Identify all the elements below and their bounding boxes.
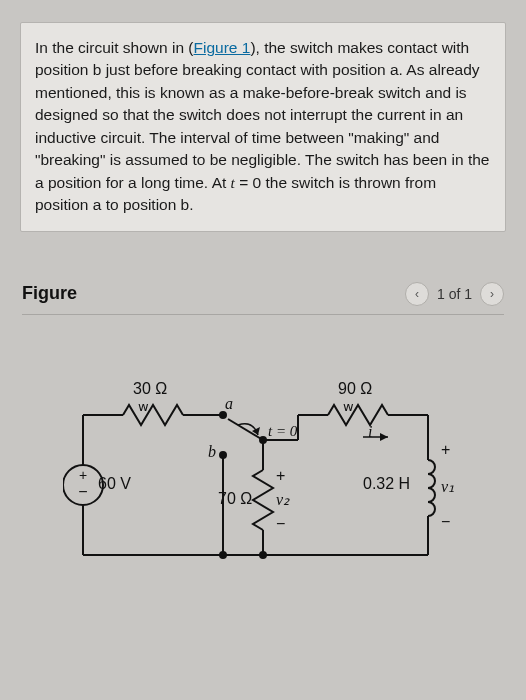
svg-point-20 bbox=[260, 552, 266, 558]
svg-text:+: + bbox=[79, 467, 87, 483]
problem-statement: In the circuit shown in (Figure 1), the … bbox=[20, 22, 506, 232]
label-v2-plus: + bbox=[276, 467, 285, 485]
label-v1: v₁ bbox=[441, 477, 454, 496]
svg-text:−: − bbox=[78, 483, 87, 500]
label-r3: 90 Ω bbox=[338, 380, 372, 398]
label-vsource: 60 V bbox=[98, 475, 131, 493]
pager-prev-button[interactable]: ‹ bbox=[405, 282, 429, 306]
figure-title: Figure bbox=[22, 283, 77, 304]
label-v2-minus: − bbox=[276, 515, 285, 533]
figure-header: Figure ‹ 1 of 1 › bbox=[22, 282, 504, 315]
problem-text-before: In the circuit shown in ( bbox=[35, 39, 194, 56]
figure-pager: ‹ 1 of 1 › bbox=[405, 282, 504, 306]
label-pos-a: a bbox=[225, 395, 233, 413]
label-v2: v₂ bbox=[276, 490, 289, 509]
label-v1-minus: − bbox=[441, 513, 450, 531]
label-pos-b: b bbox=[208, 443, 216, 461]
label-v1-plus: + bbox=[441, 441, 450, 459]
circuit-diagram: + − 30 Ω ᴡ 90 Ω ᴡ a b t = 0 i 60 V 70 Ω … bbox=[63, 375, 463, 595]
svg-marker-23 bbox=[380, 433, 388, 441]
problem-text-after: ), the switch makes contact with positio… bbox=[35, 39, 489, 191]
resistor-icon-r3: ᴡ bbox=[343, 399, 354, 414]
figure-link[interactable]: Figure 1 bbox=[194, 39, 251, 56]
pager-next-button[interactable]: › bbox=[480, 282, 504, 306]
label-i: i bbox=[368, 423, 372, 441]
pager-text: 1 of 1 bbox=[437, 286, 472, 302]
label-r1: 30 Ω bbox=[133, 380, 167, 398]
label-t0: t = 0 bbox=[268, 423, 297, 440]
svg-point-21 bbox=[220, 552, 226, 558]
label-r2: 70 Ω bbox=[218, 490, 252, 508]
resistor-icon-r1: ᴡ bbox=[138, 399, 149, 414]
label-L: 0.32 H bbox=[363, 475, 410, 493]
